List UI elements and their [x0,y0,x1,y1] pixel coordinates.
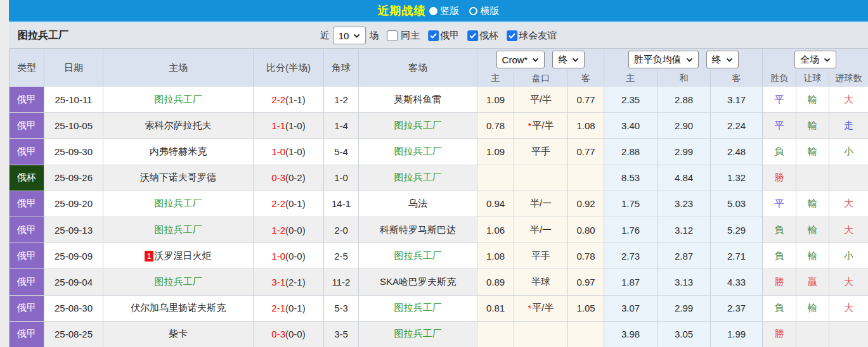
same-home-label[interactable]: 同主 [401,30,420,42]
away-team-name[interactable]: 莫斯科鱼雷 [394,94,442,106]
away-team-name[interactable]: 图拉兵工厂 [394,250,442,262]
league-filter-label-2[interactable]: 球会友谊 [519,30,557,42]
eu-draw-odds: 2.88 [657,87,711,113]
near-label: 近 [320,30,330,42]
away-team-name[interactable]: 图拉兵工厂 [394,146,442,158]
sub-header-ah-home: 主 [477,70,514,87]
home-team-name[interactable]: 图拉兵工厂 [155,198,202,210]
half-time-score: (0-0) [285,251,306,262]
result-cell: 負 [763,243,796,269]
home-team-name[interactable]: 伏尔加乌里扬诺夫斯克 [131,302,226,314]
league-badge: 俄甲 [10,191,44,217]
match-row: 俄甲 25-10-05 索科尔萨拉托夫 1-1 (1-0) 1-4 图拉兵工厂 … [10,113,868,139]
match-row: 俄甲 25-08-25 柴卡 0-3 (0-0) 3-5 图拉兵工厂 * 3.9… [10,322,868,347]
eu-home-odds: 2.73 [604,243,657,269]
eu-away-odds: 5.03 [711,191,763,217]
col-header-home: 主场 [103,49,254,87]
eu-home-odds: 3.98 [604,322,657,347]
score-cell: 2-1 (0-1) [254,296,324,322]
away-team-name[interactable]: 图拉兵工厂 [394,120,442,132]
let-ball-cell: 輸 [796,217,829,243]
away-team-cell: 图拉兵工厂 [359,165,477,191]
home-team-name[interactable]: 图拉兵工厂 [155,276,202,288]
home-team-cell: 图拉兵工厂 [103,217,254,243]
score-cell: 0-3 (0-2) [254,165,324,191]
let-ball-cell: 輸 [796,139,829,165]
match-row: 俄杯 25-09-26 沃纳下诺夫哥罗德 0-3 (0-2) 1-0 图拉兵工厂… [10,165,868,191]
let-ball-cell [796,165,829,191]
away-team-name[interactable]: 图拉兵工厂 [394,328,442,340]
league-filter-label-0[interactable]: 俄甲 [440,30,459,42]
league-filter-checkbox-2[interactable] [507,30,517,41]
scope-select[interactable]: 全场 [794,51,836,68]
home-team-name[interactable]: 沃罗涅日火炬 [155,250,212,262]
ah-home-odds: 0.78 [477,113,514,139]
match-date: 25-09-30 [44,139,103,165]
league-badge: 俄甲 [10,113,44,139]
half-time-score: (0-1) [285,303,306,313]
goals-cell: 大 [829,296,868,322]
full-time-score: 1-0 [271,146,285,157]
away-team-name[interactable]: 科斯特罗马斯巴达 [380,224,456,236]
europe-odds-select[interactable]: 胜平负均值 [628,51,699,68]
handicap-cell: * 平/半 [514,87,568,113]
home-team-name[interactable]: 图拉兵工厂 [155,224,202,236]
ah-away-odds: 1.05 [568,296,604,322]
bookmaker-stage-select[interactable]: 终 [552,51,585,68]
league-filter-checkbox-0[interactable] [428,30,439,41]
corner-cell: 1-0 [324,165,359,191]
league-badge: 俄甲 [10,217,44,243]
away-team-cell: 图拉兵工厂 [359,113,477,139]
ah-away-odds: 1.08 [568,113,604,139]
home-team-name[interactable]: 图拉兵工厂 [155,94,202,106]
handicap-cell: * 半/一 [514,191,568,217]
ah-home-odds: 0.81 [477,296,514,322]
vertical-layout-radio[interactable] [429,7,437,15]
goals-cell: 走 [829,113,868,139]
col-header-corner: 角球 [324,49,359,87]
handicap-line: 平/半 [530,94,552,106]
away-team-name[interactable]: 图拉兵工厂 [394,172,442,184]
away-team-name[interactable]: SKA哈巴罗夫斯克 [380,276,456,288]
corner-cell: 2-5 [324,243,359,269]
europe-stage-select[interactable]: 终 [706,51,739,68]
eu-home-odds: 8.53 [604,165,657,191]
score-cell: 2-2 (0-1) [254,191,324,217]
eu-draw-odds: 2.99 [657,296,711,322]
match-date: 25-09-04 [44,269,103,295]
eu-draw-odds: 4.84 [657,165,711,191]
match-row: 俄甲 25-09-30 内弗特赫米克 1-0 (1-0) 5-4 图拉兵工厂 1… [10,139,868,165]
eu-home-odds: 1.75 [604,191,657,217]
ah-away-odds: 0.80 [568,217,604,243]
horizontal-layout-radio[interactable] [469,7,477,15]
handicap-line: 平手 [531,146,550,158]
goals-cell: 小 [829,243,868,269]
home-team-name[interactable]: 内弗特赫米克 [150,146,207,158]
full-time-score: 2-2 [271,94,285,105]
home-team-cell: 内弗特赫米克 [103,139,254,165]
eu-draw-odds: 2.87 [657,243,711,269]
corner-cell: 1-4 [324,113,359,139]
league-filter-checkbox-1[interactable] [467,30,478,41]
full-time-score: 1-1 [271,120,285,131]
home-team-name[interactable]: 柴卡 [169,328,188,340]
live-odds-star: * [528,303,531,313]
away-team-name[interactable]: 图拉兵工厂 [394,302,442,314]
handicap-selector-group: Crow* 终 [477,49,604,70]
horizontal-layout-label[interactable]: 横版 [481,5,500,17]
ah-home-odds: 1.09 [477,87,514,113]
full-time-score: 1-0 [271,251,285,262]
match-count-select[interactable]: 10 [333,27,366,44]
ah-away-odds: 0.77 [568,87,604,113]
bookmaker-select[interactable]: Crow* [496,51,545,68]
same-home-checkbox[interactable] [387,30,398,41]
filter-controls: 近 10 场 同主 俄甲 俄杯 球会友谊 [320,27,557,44]
league-filter-label-1[interactable]: 俄杯 [479,30,498,42]
vertical-layout-label[interactable]: 竖版 [441,5,460,17]
home-team-name[interactable]: 索科尔萨拉托夫 [145,120,212,132]
score-cell: 1-0 (0-0) [254,243,324,269]
check-icon [430,33,437,39]
away-team-name[interactable]: 乌法 [408,198,427,210]
home-team-name[interactable]: 沃纳下诺夫哥罗德 [140,172,216,184]
handicap-cell: * 平/半 [514,113,568,139]
